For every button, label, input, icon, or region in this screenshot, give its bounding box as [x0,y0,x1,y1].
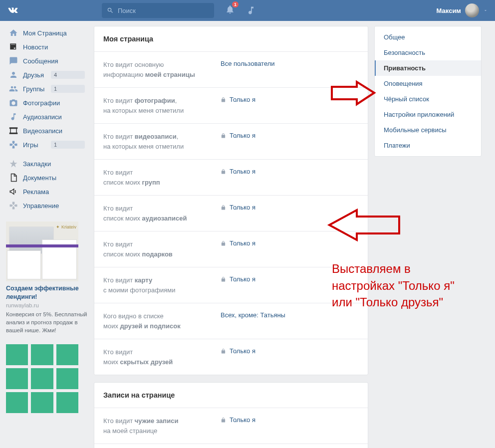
groups-icon [9,84,18,93]
settings-tab[interactable]: Приватность [375,60,481,76]
privacy-label: Кто видит картус моими фотографиями [103,275,221,295]
privacy-value[interactable]: Только я [221,96,255,103]
chevron-down-icon [483,8,488,13]
settings-tabs: ОбщееБезопасностьПриватностьОповещенияЧё… [374,26,482,157]
search-box[interactable] [102,3,214,18]
ad-block[interactable]: ✦ Kriateiv Создаем эффективные лендинги!… [6,222,88,334]
privacy-value[interactable]: Все пользователи [221,60,275,67]
nav-item[interactable]: Новости [6,40,88,54]
privacy-label: Кто видитсписок моих аудиозаписей [103,204,221,223]
privacy-value[interactable]: Только я [221,416,255,424]
settings-tab[interactable]: Общее [375,29,481,45]
privacy-value[interactable]: Только я [221,132,255,139]
nav-item[interactable]: Аудиозаписи [6,110,88,124]
nav-item[interactable]: Группы1 [6,82,88,96]
video-icon [9,126,18,135]
lock-icon [221,240,226,246]
privacy-label: Кто видит фотографии,на которых меня отм… [103,96,221,115]
nav-count: 4 [51,71,85,79]
lock-icon [221,348,226,354]
nav-item[interactable]: Закладки [6,157,88,171]
user-menu[interactable]: Максим [437,3,488,17]
lock-icon [221,276,226,282]
friends-icon [9,70,18,79]
nav-item[interactable]: Управление [6,199,88,213]
privacy-value[interactable]: Только я [221,239,255,247]
nav-item[interactable]: Моя Страница [6,26,88,40]
privacy-label: Кто видитсписок моих подарков [103,239,221,259]
privacy-value[interactable]: Только я [221,347,255,355]
notifications-button[interactable]: 1 [225,4,235,16]
privacy-row: Кто видитмоих скрытых друзейТолько я [94,339,368,375]
topbar: 1 Максим [0,0,495,21]
search-icon [107,7,114,14]
privacy-row: Кто видитсписок моих группТолько я [94,160,368,196]
settings-tab[interactable]: Мобильные сервисы [375,122,481,138]
nav-label: Управление [23,202,85,210]
ad-title: Создаем эффективные лендинги! [6,284,88,301]
settings-tab[interactable]: Настройки приложений [375,107,481,122]
privacy-label: Кто видит основнуюинформацию моей страни… [103,60,221,79]
nav-item[interactable]: Сообщения [6,54,88,68]
lock-icon [221,133,226,139]
settings-tab[interactable]: Чёрный список [375,91,481,107]
nav-item[interactable]: Фотографии [6,96,88,110]
megaphone-icon [9,187,18,196]
privacy-row: Кого видно в спискемоих друзей и подписо… [94,303,368,339]
privacy-row: Кто видит основнуюинформацию моей страни… [94,52,368,88]
settings-tab[interactable]: Платежи [375,138,481,153]
nav-item[interactable]: Документы [6,171,88,185]
ad-grid[interactable] [6,344,78,413]
settings-content: Моя страница Кто видит основнуюинформаци… [94,26,368,448]
lock-icon [221,97,226,103]
privacy-label: Кто видит чужие записина моей странице [103,416,221,436]
nav-count: 1 [51,85,85,93]
doc-icon [9,173,18,182]
user-name: Максим [437,7,461,14]
privacy-value[interactable]: Только я [221,275,255,283]
nav-label: Реклама [23,188,85,196]
avatar [465,3,479,17]
privacy-label: Кто видитсписок моих групп [103,168,221,187]
nav-label: Новости [23,43,85,51]
privacy-row: Кто видит картус моими фотографиямиТольк… [94,267,368,303]
privacy-label: Кто видит видеозаписи,на которых меня от… [103,132,221,151]
settings-tab[interactable]: Оповещения [375,76,481,91]
left-sidebar: Моя СтраницаНовостиСообщенияДрузья4Групп… [6,26,88,413]
privacy-row: Кто видит видеозаписи,на которых меня от… [94,124,368,160]
nav-label: Сообщения [23,57,85,65]
lock-icon [221,205,226,211]
privacy-value[interactable]: Всех, кроме: Татьяны [221,311,285,319]
nav-label: Группы [23,85,51,93]
panel-title: Записи на странице [103,391,175,399]
nav-item[interactable]: Друзья4 [6,68,88,82]
games-icon [9,140,18,149]
settings-tab[interactable]: Безопасность [375,45,481,60]
nav-item[interactable]: Реклама [6,185,88,199]
vk-logo-icon[interactable] [6,3,20,17]
photo-icon [9,98,18,107]
ctrl-icon [9,201,18,210]
notif-badge: 1 [232,1,239,7]
audio-icon [9,112,18,121]
nav-label: Друзья [23,71,51,79]
nav-item[interactable]: Игры1 [6,138,88,152]
music-icon[interactable] [246,5,256,15]
nav-label: Закладки [23,160,85,168]
privacy-value[interactable]: Только я [221,168,255,175]
nav-count: 1 [51,141,85,149]
ad-text: Конверсия от 5%. Бесплатный анализ и про… [6,310,88,334]
privacy-value[interactable]: Только я [221,204,255,211]
nav-label: Видеозаписи [23,127,85,135]
lock-icon [221,169,226,175]
privacy-label: Кто видитмоих скрытых друзей [103,347,221,367]
privacy-row: Кто видит фотографии,на которых меня отм… [94,88,368,124]
search-input[interactable] [118,7,209,14]
privacy-label: Кого видно в спискемоих друзей и подписо… [103,311,221,331]
panel-wall-posts: Записи на странице Кто видит чужие запис… [94,382,368,448]
privacy-row: Кто может оставлять записина моей страни… [94,444,368,448]
home-icon [9,28,18,37]
star-icon [9,159,18,168]
nav-label: Игры [23,141,51,149]
nav-item[interactable]: Видеозаписи [6,124,88,138]
